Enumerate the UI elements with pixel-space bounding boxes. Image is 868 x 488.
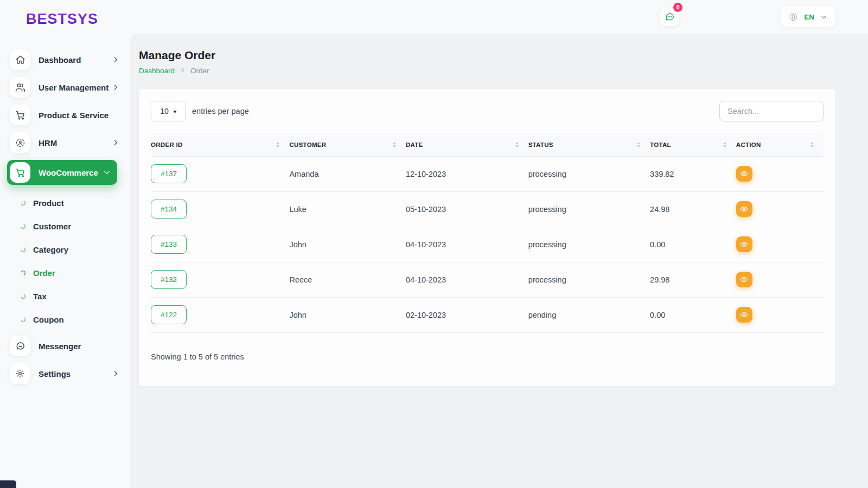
total-cell: 0.00 [650, 227, 736, 262]
breadcrumb-dashboard-link[interactable]: Dashboard [139, 67, 175, 75]
ring-bullet-icon [20, 270, 26, 276]
total-cell: 24.98 [650, 191, 736, 227]
ring-bullet-icon [20, 223, 26, 229]
column-header-date[interactable]: Date [406, 133, 528, 156]
submenu-label: Category [33, 245, 68, 254]
submenu-item-coupon[interactable]: Coupon [0, 308, 130, 331]
customer-cell: John [289, 227, 406, 262]
table-row: #122 John 02-10-2023 pending 0.00 [151, 297, 824, 332]
page-size-value: 10 [160, 107, 169, 115]
page-title: Manage Order [139, 49, 835, 62]
sort-icon[interactable] [637, 142, 640, 147]
column-header-customer[interactable]: Customer [289, 133, 406, 156]
submenu-label: Order [33, 268, 55, 278]
chevron-right-icon [112, 84, 119, 91]
sidebar-item-woocommerce[interactable]: WooCommerce [7, 160, 117, 185]
chat-button-wrapper: 0 [660, 8, 679, 26]
order-table-card: 10 ▾ entries per page Order Id [139, 89, 835, 386]
sidebar: BESTSYS Dashboard User Management Produ [0, 0, 130, 488]
corner-chip [0, 480, 16, 488]
status-cell: processing [528, 191, 650, 227]
sort-icon[interactable] [723, 142, 726, 147]
table-row: #134 Luke 05-10-2023 processing 24.98 [151, 191, 824, 227]
sidebar-item-product-service[interactable]: Product & Service [10, 105, 119, 125]
entries-per-page-label: entries per page [192, 107, 249, 115]
language-selector[interactable]: EN [781, 7, 835, 27]
content-area: Manage Order Dashboard Order 10 ▾ entrie… [130, 34, 868, 488]
breadcrumb: Dashboard Order [139, 67, 835, 75]
submenu-item-category[interactable]: Category [0, 238, 130, 261]
sidebar-item-label: Product & Service [39, 111, 119, 120]
total-cell: 0.00 [650, 297, 736, 332]
ring-bullet-icon [20, 293, 26, 299]
chevron-right-icon [112, 56, 119, 63]
submenu-item-order[interactable]: Order [0, 261, 130, 285]
order-id-badge[interactable]: #132 [151, 270, 187, 289]
submenu-item-product[interactable]: Product [0, 191, 130, 215]
date-cell: 04-10-2023 [406, 262, 528, 297]
sidebar-item-label: HRM [39, 138, 112, 147]
view-order-button[interactable] [736, 166, 752, 182]
hrm-icon [10, 132, 30, 153]
column-header-action[interactable]: Action [736, 133, 824, 156]
topbar: 0 EN [130, 0, 868, 34]
sidebar-item-label: User Management [39, 83, 112, 92]
column-header-status[interactable]: Status [528, 133, 650, 156]
chevron-right-icon [112, 370, 119, 377]
view-order-button[interactable] [736, 307, 752, 323]
order-id-badge[interactable]: #133 [151, 235, 187, 254]
brand-logo: BESTSYS [26, 11, 130, 28]
status-cell: processing [528, 227, 650, 262]
total-cell: 339.82 [650, 156, 736, 191]
sort-icon[interactable] [276, 142, 279, 147]
chat-bubble-icon [665, 12, 675, 22]
sidebar-item-hrm[interactable]: HRM [10, 132, 119, 153]
eye-icon [740, 311, 748, 319]
app-layout: BESTSYS Dashboard User Management Produ [0, 0, 868, 488]
sort-icon[interactable] [515, 142, 519, 147]
order-id-badge[interactable]: #122 [151, 305, 187, 324]
sidebar-item-label: Settings [39, 369, 112, 378]
gear-icon [10, 363, 30, 384]
globe-icon [789, 12, 798, 22]
woocommerce-submenu: Product Customer Category Order Tax Coup… [0, 191, 130, 331]
chevron-down-icon: ▾ [173, 108, 177, 114]
chevron-down-icon [103, 169, 111, 176]
sidebar-item-dashboard[interactable]: Dashboard [10, 49, 119, 70]
order-id-badge[interactable]: #137 [151, 164, 187, 183]
sort-icon[interactable] [810, 142, 814, 147]
column-header-total[interactable]: Total [650, 133, 736, 156]
order-id-badge[interactable]: #134 [151, 200, 187, 219]
sidebar-item-settings[interactable]: Settings [10, 363, 119, 384]
sidebar-item-label: Dashboard [39, 55, 112, 65]
messenger-icon [10, 336, 30, 356]
page-size-select[interactable]: 10 ▾ [151, 101, 186, 121]
sidebar-item-messenger[interactable]: Messenger [10, 336, 119, 356]
table-row: #137 Amanda 12-10-2023 processing 339.82 [151, 156, 824, 191]
sidebar-item-user-management[interactable]: User Management [10, 77, 119, 98]
view-order-button[interactable] [736, 272, 752, 287]
cart-icon [10, 105, 30, 125]
sort-icon[interactable] [393, 142, 396, 147]
ring-bullet-icon [20, 317, 26, 323]
ring-bullet-icon [20, 247, 26, 253]
column-header-order-id[interactable]: Order Id [151, 133, 289, 156]
submenu-label: Tax [33, 292, 47, 301]
view-order-button[interactable] [736, 201, 752, 217]
customer-cell: Reece [289, 262, 406, 297]
submenu-item-customer[interactable]: Customer [0, 215, 130, 238]
submenu-item-tax[interactable]: Tax [0, 285, 130, 308]
view-order-button[interactable] [736, 236, 752, 252]
search-input[interactable] [719, 101, 824, 121]
home-icon [10, 49, 30, 70]
customer-cell: Luke [289, 191, 406, 227]
status-cell: processing [528, 262, 650, 297]
date-cell: 12-10-2023 [406, 156, 528, 191]
submenu-label: Product [33, 198, 64, 208]
submenu-label: Customer [33, 222, 71, 231]
sidebar-item-label: WooCommerce [39, 168, 103, 177]
customer-cell: Amanda [289, 156, 406, 191]
notification-badge: 0 [673, 3, 682, 12]
language-code: EN [804, 13, 814, 21]
submenu-label: Coupon [33, 315, 64, 324]
